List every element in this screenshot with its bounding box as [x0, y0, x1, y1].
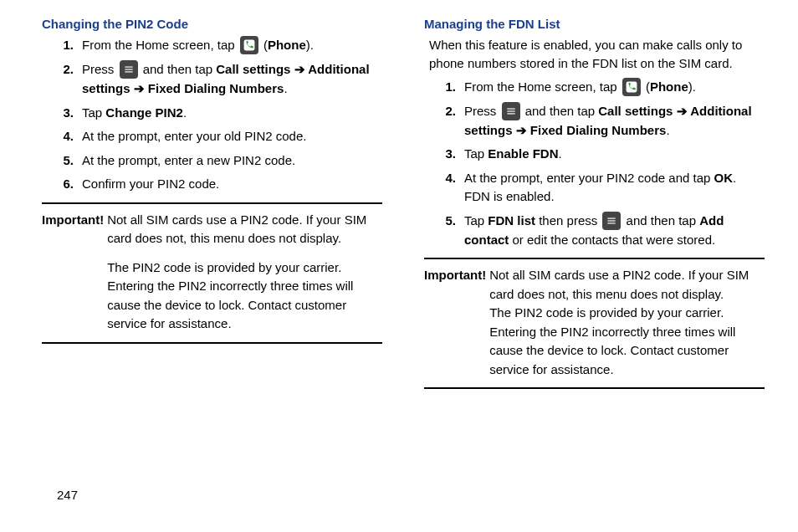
divider [424, 387, 765, 389]
right-column: Managing the FDN List When this feature … [424, 17, 765, 396]
step-content: Tap FDN list then press and then tap Add… [464, 212, 765, 250]
step-1: 1. From the Home screen, tap (Phone). [59, 36, 382, 55]
left-column: Changing the PIN2 Code 1. From the Home … [42, 17, 382, 396]
step-content: From the Home screen, tap (Phone). [464, 78, 765, 97]
step-number: 1. [441, 78, 464, 97]
step-number: 6. [59, 175, 82, 194]
svg-rect-5 [507, 108, 514, 109]
page-number: 247 [57, 488, 78, 502]
step-content: Confirm your PIN2 code. [82, 175, 382, 194]
step-content: Tap Enable FDN. [464, 145, 765, 164]
menu-icon [602, 212, 621, 230]
intro-text: When this feature is enabled, you can ma… [429, 36, 765, 73]
svg-rect-3 [125, 71, 132, 72]
steps-list-right: 1. From the Home screen, tap (Phone). 2.… [441, 78, 765, 250]
divider [42, 202, 382, 204]
step-4: 4. At the prompt, enter your PIN2 code a… [441, 169, 765, 207]
important-text-1: Not all SIM cards use a PIN2 code. If yo… [107, 211, 382, 248]
step-number: 3. [441, 145, 464, 164]
svg-rect-10 [608, 223, 616, 223]
svg-rect-4 [626, 81, 637, 92]
phone-icon [240, 36, 258, 54]
svg-rect-6 [507, 110, 514, 111]
important-label: Important! [424, 266, 486, 285]
step-content: At the prompt, enter your old PIN2 code. [82, 127, 382, 146]
step-3: 3. Tap Enable FDN. [441, 145, 765, 164]
step-number: 2. [59, 60, 82, 79]
step-content: At the prompt, enter your PIN2 code and … [464, 169, 765, 207]
step-number: 1. [59, 36, 82, 55]
divider [42, 342, 382, 344]
important-text-2: The PIN2 code is provided by your carrie… [107, 258, 382, 334]
important-label: Important! [42, 211, 104, 230]
svg-rect-0 [243, 40, 254, 51]
step-4: 4. At the prompt, enter your old PIN2 co… [59, 127, 382, 146]
steps-list-left: 1. From the Home screen, tap (Phone). 2.… [59, 36, 382, 194]
important-note-left: Important! Not all SIM cards use a PIN2 … [42, 211, 382, 334]
step-number: 2. [441, 102, 464, 121]
step-content: Press and then tap Call settings ➔ Addit… [82, 60, 382, 99]
step-content: At the prompt, enter a new PIN2 code. [82, 151, 382, 171]
important-text-1: Not all SIM cards use a PIN2 code. If yo… [489, 266, 765, 304]
important-body: Not all SIM cards use a PIN2 code. If yo… [489, 266, 765, 379]
svg-rect-2 [125, 69, 132, 69]
step-content: Press and then tap Call settings ➔ Addit… [464, 102, 765, 141]
step-2: 2. Press and then tap Call settings ➔ Ad… [441, 102, 765, 141]
step-number: 5. [59, 151, 82, 171]
divider [424, 258, 765, 259]
step-number: 3. [59, 104, 82, 123]
step-6: 6. Confirm your PIN2 code. [59, 175, 382, 194]
important-note-right: Important! Not all SIM cards use a PIN2 … [424, 266, 765, 379]
step-content: Tap Change PIN2. [82, 104, 382, 123]
step-number: 4. [59, 127, 82, 146]
step-2: 2. Press and then tap Call settings ➔ Ad… [59, 60, 382, 99]
menu-icon [120, 60, 138, 79]
step-5: 5. Tap FDN list then press and then tap … [441, 212, 765, 250]
important-text-2: The PIN2 code is provided by your carrie… [489, 304, 765, 379]
step-3: 3. Tap Change PIN2. [59, 104, 382, 123]
svg-rect-8 [608, 217, 616, 218]
svg-rect-1 [125, 67, 132, 68]
step-content: From the Home screen, tap (Phone). [82, 36, 382, 55]
step-number: 4. [441, 169, 464, 188]
menu-icon [502, 102, 520, 120]
phone-icon [622, 78, 641, 96]
svg-rect-7 [507, 113, 514, 114]
step-5: 5. At the prompt, enter a new PIN2 code. [59, 151, 382, 171]
step-1: 1. From the Home screen, tap (Phone). [441, 78, 765, 97]
svg-rect-9 [608, 220, 616, 221]
heading-pin2: Changing the PIN2 Code [42, 17, 382, 31]
heading-fdn: Managing the FDN List [424, 17, 765, 31]
important-body: Not all SIM cards use a PIN2 code. If yo… [107, 211, 382, 334]
step-number: 5. [441, 212, 464, 231]
